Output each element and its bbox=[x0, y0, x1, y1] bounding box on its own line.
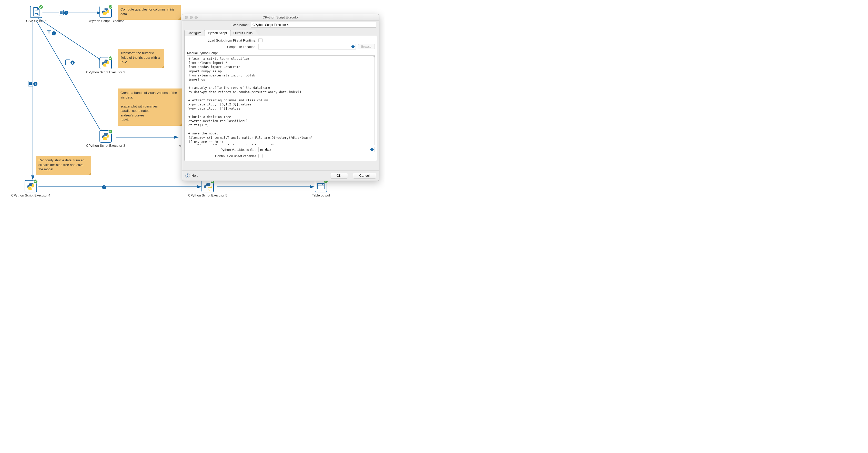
sticky-note-4[interactable]: Randomly shuffle data, train an sklearn … bbox=[36, 156, 91, 175]
help-icon: ? bbox=[185, 173, 190, 178]
check-badge-icon bbox=[33, 179, 38, 184]
node-label: CPython Script Executor 4 bbox=[7, 193, 55, 197]
node-label: Table output bbox=[305, 193, 337, 197]
step-name-input[interactable] bbox=[251, 22, 376, 28]
node-cpython-executor-1[interactable]: CPython Script Executor bbox=[99, 6, 112, 23]
manual-script-label: Manual Python Script: bbox=[187, 51, 375, 55]
dialog-titlebar[interactable]: CPython Script Executor bbox=[182, 14, 379, 21]
diamond-icon bbox=[373, 55, 375, 57]
node-cpython-executor-2[interactable]: CPython Script Executor 2 bbox=[99, 57, 112, 74]
svg-point-7 bbox=[104, 9, 105, 9]
script-file-location-input[interactable] bbox=[258, 44, 356, 50]
hop-info-icon[interactable]: i bbox=[59, 10, 68, 16]
node-cpython-executor-4[interactable]: CPython Script Executor 4 bbox=[25, 180, 37, 197]
check-badge-icon bbox=[108, 56, 113, 61]
svg-point-16 bbox=[209, 188, 209, 189]
hop-info-icon[interactable]: i bbox=[46, 30, 56, 36]
browse-button[interactable]: Browse bbox=[358, 44, 375, 49]
load-script-label: Load Script from File at Runtime: bbox=[187, 38, 258, 42]
dialog-title: CPython Script Executor bbox=[182, 16, 379, 19]
check-badge-icon bbox=[39, 5, 43, 9]
sticky-note-3[interactable]: Create a bunch of visualizations of the … bbox=[118, 89, 182, 126]
node-label-partial: M bbox=[179, 144, 182, 148]
ok-button[interactable]: OK bbox=[330, 173, 348, 179]
continue-unset-label: Continue on unset variables bbox=[187, 154, 258, 158]
load-script-checkbox[interactable] bbox=[258, 38, 262, 42]
dialog-cpython-script-executor: CPython Script Executor Step name: Confi… bbox=[182, 14, 379, 181]
manual-script-textarea[interactable]: # learn a scikit-learn classifier from s… bbox=[187, 55, 375, 145]
python-vars-input[interactable] bbox=[258, 147, 375, 152]
svg-point-10 bbox=[106, 65, 107, 66]
svg-point-14 bbox=[32, 188, 32, 189]
node-label: CPython Script Executor 5 bbox=[184, 193, 232, 197]
sticky-note-2[interactable]: Transform the numeric fields of the iris… bbox=[118, 49, 164, 68]
cancel-button[interactable]: Cancel bbox=[353, 173, 376, 179]
help-button[interactable]: ? Help bbox=[185, 173, 198, 178]
node-cpython-executor-5[interactable]: CPython Script Executor 5 bbox=[202, 180, 214, 197]
node-csv-file-input[interactable]: CSV file input bbox=[26, 6, 46, 23]
svg-line-2 bbox=[36, 20, 102, 134]
tab-panel-python-script: Load Script from File at Runtime: Script… bbox=[184, 36, 377, 161]
python-vars-label: Python Variables to Get: bbox=[187, 148, 258, 152]
check-badge-icon bbox=[108, 5, 113, 9]
node-label: CPython Script Executor 3 bbox=[82, 144, 130, 148]
svg-point-15 bbox=[206, 183, 207, 184]
svg-point-8 bbox=[106, 14, 107, 14]
node-label: CPython Script Executor 2 bbox=[82, 70, 130, 74]
tab-python-script[interactable]: Python Script bbox=[205, 30, 230, 36]
hop-info-icon[interactable]: i bbox=[97, 184, 106, 190]
node-cpython-executor-3[interactable]: CPython Script Executor 3 bbox=[99, 130, 112, 148]
check-badge-icon bbox=[108, 129, 113, 134]
continue-unset-checkbox[interactable] bbox=[258, 154, 262, 158]
svg-point-13 bbox=[29, 183, 30, 184]
step-name-label: Step name: bbox=[185, 23, 251, 27]
svg-line-1 bbox=[38, 19, 102, 61]
node-table-output[interactable]: Table output bbox=[315, 180, 327, 197]
script-file-location-label: Script File Location: bbox=[187, 45, 258, 49]
hop-info-icon[interactable]: i bbox=[65, 60, 74, 66]
svg-rect-17 bbox=[318, 183, 324, 189]
node-label: CSV file input bbox=[26, 19, 46, 23]
svg-point-12 bbox=[106, 139, 107, 139]
hop-info-icon[interactable]: i bbox=[28, 81, 37, 87]
tab-configure[interactable]: Configure bbox=[184, 30, 205, 36]
sticky-note-1[interactable]: Compute quartiles for columns in iris da… bbox=[118, 5, 181, 20]
tab-bar: Configure Python Script Output Fields bbox=[184, 29, 377, 36]
tab-output-fields[interactable]: Output Fields bbox=[230, 30, 259, 36]
svg-point-9 bbox=[104, 60, 105, 61]
svg-point-11 bbox=[104, 134, 105, 134]
